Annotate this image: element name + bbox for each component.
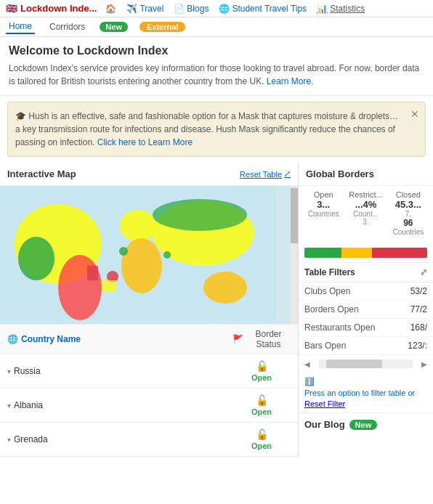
banner-icon: 🎓 — [15, 111, 26, 121]
world-map-svg — [0, 186, 276, 324]
table-row[interactable]: ▾ Albania 🔓 Open — [0, 389, 298, 423]
top-nav: 🇬🇧 Lockdown Inde... 🏠 ✈️ Travel 📄 Blogs … — [0, 0, 433, 17]
nav-blogs[interactable]: 📄 Blogs — [174, 4, 209, 14]
home-second-label: Home — [9, 21, 32, 31]
banner-link-label: Click here to Learn More — [97, 137, 193, 147]
svg-point-8 — [203, 272, 247, 304]
home-icon: 🏠 — [105, 4, 116, 14]
expand-icon: ⤢ — [284, 169, 291, 179]
svg-point-2 — [18, 237, 54, 280]
banner-link[interactable]: Click here to Learn More — [97, 137, 193, 147]
closed-stat-num: 96 — [389, 218, 427, 228]
bar-closed-segment — [372, 248, 427, 258]
lock-icon: 🔓 — [256, 428, 268, 440]
table-filters-header: Table Filters ⤢ — [299, 262, 433, 283]
col-country-header: 🌐 Country Name — [7, 334, 232, 344]
globe-col-icon: 🌐 — [7, 334, 18, 344]
filter-expand-icon[interactable]: ⤢ — [420, 267, 427, 277]
grenada-status-cell: 🔓 Open — [232, 428, 291, 450]
bar-open-segment — [304, 248, 341, 258]
lock-icon: 🔓 — [256, 394, 268, 406]
nav-corridors-link[interactable]: Corridors — [46, 20, 88, 33]
press-info-text: Press an option to filter table or — [304, 389, 415, 397]
new-badge: New — [100, 22, 128, 32]
country-name-albania: ▾ Albania — [7, 400, 232, 410]
reset-table-label: Reset Table — [240, 170, 282, 179]
country-name-grenada: ▾ Grenada — [7, 434, 232, 444]
closed-stat-count: 7. — [389, 210, 427, 218]
learn-more-label: Learn More. — [267, 76, 314, 86]
filter-row[interactable]: Bars Open 123/: — [299, 337, 433, 355]
horizontal-scrollbar[interactable] — [319, 359, 413, 368]
filter-row[interactable]: Borders Open 77/2 — [299, 301, 433, 319]
svg-point-5 — [121, 238, 162, 293]
nav-home-link[interactable]: Home — [6, 20, 35, 34]
welcome-section: Welcome to Lockdown Index Lockdown Index… — [0, 37, 433, 96]
nav-travel-label: Travel — [139, 4, 163, 14]
scrollbar-thumb — [326, 359, 382, 368]
table-filters-label: Table Filters — [304, 267, 355, 277]
grenada-label: Grenada — [14, 434, 48, 444]
table-header: 🌐 Country Name 🚩 Border Status — [0, 324, 298, 354]
grenada-status: Open — [251, 442, 272, 450]
filter-row[interactable]: Clubs Open 53/2 — [299, 283, 433, 301]
external-badge: External — [139, 22, 185, 32]
travel-icon: ✈️ — [126, 4, 137, 14]
nav-stats-label: Statistics — [330, 4, 365, 14]
map-container[interactable] — [0, 186, 298, 324]
press-info: ℹ️ Press an option to filter table or Re… — [299, 373, 433, 412]
learn-more-link[interactable]: Learn More. — [267, 76, 314, 86]
brand-flag: 🇬🇧 — [6, 3, 17, 14]
reset-table-link[interactable]: Reset Table ⤢ — [240, 169, 291, 179]
banner-text: Hush is an effective, safe and fashionab… — [15, 111, 398, 147]
closed-stat-sublabel: Countries — [389, 228, 427, 236]
status-col-label: Border Status — [246, 329, 291, 349]
closed-stat-label: Closed — [389, 190, 427, 199]
russia-label: Russia — [14, 366, 41, 376]
country-name-russia: ▾ Russia — [7, 366, 232, 376]
open-stat-sublabel: Countries — [304, 210, 342, 218]
reset-filter-label: Reset Filter — [304, 399, 345, 408]
brand-logo[interactable]: 🇬🇧 Lockdown Inde... — [6, 3, 97, 14]
open-stat-value: 3... — [304, 199, 342, 210]
bars-open-label: Bars Open — [304, 341, 346, 351]
table-row[interactable]: ▾ Russia 🔓 Open — [0, 354, 298, 389]
right-panel: Global Borders Open 3... Countries Restr… — [299, 163, 433, 457]
svg-point-3 — [58, 255, 102, 320]
restricted-stat-label: Restrict... — [347, 190, 384, 199]
country-col-label: Country Name — [21, 334, 81, 344]
restricted-stat: Restrict... ...4% Count... 3. — [347, 190, 384, 236]
albania-label: Albania — [14, 400, 43, 410]
nav-home[interactable]: 🏠 — [105, 4, 116, 14]
reset-filter-link[interactable]: Reset Filter — [304, 399, 345, 408]
col-status-header: 🚩 Border Status — [232, 329, 291, 349]
borders-open-value: 77/2 — [410, 304, 427, 314]
clubs-open-label: Clubs Open — [304, 286, 350, 296]
chevron-icon: ▾ — [7, 402, 11, 410]
nav-student-travel[interactable]: 🌐 Student Travel Tips — [219, 4, 307, 14]
bar-restricted-segment — [341, 248, 372, 258]
svg-point-10 — [163, 251, 171, 259]
info-icon: ℹ️ — [304, 377, 315, 386]
nav-statistics[interactable]: 📊 Statistics — [317, 4, 365, 14]
blogs-icon: 📄 — [174, 4, 185, 14]
nav-student-label: Student Travel Tips — [232, 4, 307, 14]
close-banner-button[interactable]: ✕ — [410, 107, 419, 122]
nav-travel[interactable]: ✈️ Travel — [126, 4, 163, 14]
filter-row[interactable]: Restaurants Open 168/ — [299, 319, 433, 337]
map-scrollbar[interactable] — [291, 186, 298, 324]
scroll-left-arrow[interactable]: ◀ — [302, 359, 313, 370]
albania-status: Open — [251, 407, 272, 416]
svg-rect-12 — [102, 280, 116, 291]
welcome-text: Lockdown Index's service provides key in… — [9, 62, 424, 88]
table-row[interactable]: ▾ Grenada 🔓 Open — [0, 423, 298, 457]
chevron-icon: ▾ — [7, 367, 11, 375]
map-header: Interactive Map Reset Table ⤢ — [0, 163, 298, 186]
corridors-label: Corridors — [49, 22, 85, 32]
scroll-right-arrow[interactable]: ▶ — [418, 359, 430, 370]
second-nav: Home Corridors New External — [0, 17, 433, 37]
svg-point-11 — [119, 247, 128, 256]
clubs-open-value: 53/2 — [410, 286, 427, 296]
russia-status-cell: 🔓 Open — [232, 360, 291, 382]
closed-stat: Closed 45.3... 7. 96 Countries — [389, 190, 427, 236]
